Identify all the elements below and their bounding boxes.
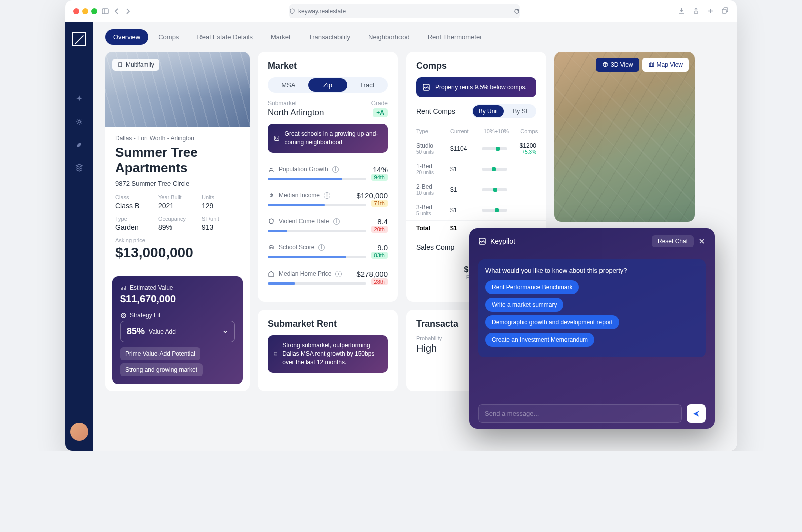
comps-insight-banner: Property rents 9.5% below comps. (416, 77, 536, 97)
image-icon (274, 134, 280, 143)
image-icon (274, 349, 277, 358)
app-sidebar (65, 22, 93, 451)
tag-chip: Strong and growing market (120, 363, 203, 376)
tab-transactability[interactable]: Transactability (301, 29, 358, 45)
chat-prompt-card: What would you like to know about this p… (478, 259, 706, 357)
grade-badge: +A (373, 108, 388, 117)
suggestion-chip[interactable]: Create an Investment Memorandum (485, 333, 594, 347)
sidebar-toggle-icon[interactable] (101, 7, 109, 15)
forward-icon[interactable] (124, 8, 131, 15)
tab-comps[interactable]: Comps (150, 29, 187, 45)
map-view-button[interactable]: Map View (642, 58, 689, 72)
property-image: Multifamily (105, 52, 250, 127)
comps-unit-segment: By Unit By SF (472, 104, 536, 118)
svg-point-7 (121, 313, 126, 318)
suggestion-chip[interactable]: Rent Performance Benchmark (485, 280, 579, 294)
plus-icon[interactable] (707, 7, 714, 15)
send-button[interactable] (687, 404, 706, 423)
market-stat-row: Median Incomei$120,000 71th (258, 186, 398, 212)
svg-point-8 (123, 315, 124, 316)
svg-point-3 (78, 121, 81, 123)
submarket-rent-card: Submarket Rent Strong submarket, outperf… (258, 310, 398, 391)
logo-icon[interactable] (72, 32, 86, 46)
tabs-icon[interactable] (721, 7, 729, 15)
keypilot-icon (478, 237, 486, 245)
comps-row: 3-Bed5 units $1 (406, 200, 546, 220)
suggestion-chip[interactable]: Write a market summary (485, 298, 563, 312)
comps-row: 1-Bed20 units $1 (406, 159, 546, 179)
back-icon[interactable] (113, 8, 120, 15)
chat-title: Keypilot (490, 237, 648, 245)
leaf-icon[interactable] (75, 140, 84, 149)
url-text: keyway.realestate (298, 8, 346, 15)
building-icon (117, 62, 123, 68)
seg-msa[interactable]: MSA (269, 78, 308, 92)
svg-rect-11 (423, 84, 429, 90)
breadcrumb: Dallas - Fort Worth - Arlington (115, 135, 240, 142)
tab-rent-thermometer[interactable]: Rent Thermometer (420, 29, 490, 45)
chat-question: What would you like to know about this p… (485, 267, 699, 274)
card-title: Submarket Rent (258, 310, 398, 335)
layers-icon[interactable] (75, 163, 84, 172)
close-icon[interactable] (698, 237, 706, 245)
svg-rect-0 (102, 9, 108, 14)
svg-point-10 (275, 137, 276, 138)
svg-rect-4 (119, 63, 122, 67)
image-icon (422, 83, 430, 91)
submarket-banner: Strong submarket, outperforming Dallas M… (268, 335, 388, 372)
cube-icon (602, 62, 608, 68)
suggestion-chip[interactable]: Demographic growth and development repor… (485, 315, 619, 329)
market-stat-row: School Scorei9.0 83th (258, 238, 398, 264)
market-stat-row: Population Growthi14% 94th (258, 160, 398, 186)
map-card[interactable]: 3D View Map View (554, 52, 695, 222)
property-type-badge: Multifamily (112, 59, 159, 71)
valuation-box: Estimated Value $11,670,000 Strategy Fit… (112, 276, 243, 384)
keypilot-chat: Keypilot Reset Chat What would you like … (469, 228, 715, 429)
chat-input[interactable] (478, 404, 682, 423)
3d-view-button[interactable]: 3D View (596, 58, 639, 72)
property-card: Multifamily Dallas - Fort Worth - Arling… (105, 52, 250, 391)
chevron-down-icon (222, 329, 228, 335)
market-scope-segment: MSA Zip Tract (268, 77, 388, 93)
comps-row: Studio50 units $1104 $1200+5.3% (406, 138, 546, 159)
property-name: Summer Tree Apartments (115, 145, 240, 176)
seg-zip[interactable]: Zip (308, 78, 348, 92)
tab-neighborhood[interactable]: Neighborhood (360, 29, 418, 45)
share-icon[interactable] (692, 7, 700, 15)
card-title: Market (258, 52, 398, 77)
url-bar[interactable]: keyway.realestate (289, 4, 520, 18)
tag-chip: Prime Value-Add Potential (120, 347, 200, 360)
tab-market[interactable]: Market (263, 29, 299, 45)
window-controls[interactable] (73, 8, 97, 14)
asking-price: $13,000,000 (115, 245, 240, 261)
tab-details[interactable]: Real Estate Details (189, 29, 261, 45)
refresh-icon[interactable] (514, 8, 520, 14)
nav-tabs: Overview Comps Real Estate Details Marke… (93, 22, 737, 52)
probability-value: High (416, 343, 442, 354)
comps-row: 2-Bed10 units $1 (406, 179, 546, 200)
avatar[interactable] (70, 423, 88, 441)
seg-by-sf[interactable]: By SF (507, 105, 535, 117)
download-icon[interactable] (678, 7, 685, 15)
target-icon (120, 312, 127, 319)
rent-comps-label: Rent Comps (416, 107, 455, 115)
submarket-name: North Arlington (268, 108, 324, 118)
shield-icon (289, 8, 295, 14)
seg-tract[interactable]: Tract (347, 78, 387, 92)
card-title: Comps (406, 52, 546, 77)
map-icon (648, 62, 654, 68)
property-address: 9872 Summer Tree Circle (115, 180, 240, 187)
market-stat-row: Violent Crime Ratei8.4 20th (258, 212, 398, 238)
svg-rect-2 (722, 9, 726, 13)
chart-icon (120, 285, 127, 291)
sparkle-icon[interactable] (75, 94, 84, 103)
market-stat-row: Median Home Pricei$278,000 28th (258, 264, 398, 290)
strategy-fit-selector[interactable]: 85% Value Add (120, 321, 235, 342)
comps-table-header: TypeCurrent -10%+10% Comps (406, 124, 546, 138)
tab-overview[interactable]: Overview (105, 29, 148, 45)
gear-icon[interactable] (75, 117, 84, 126)
reset-chat-button[interactable]: Reset Chat (652, 235, 694, 247)
seg-by-unit[interactable]: By Unit (473, 105, 504, 117)
svg-rect-9 (274, 136, 279, 140)
market-insight-banner: Great schools in a growing up-and-coming… (268, 124, 388, 153)
